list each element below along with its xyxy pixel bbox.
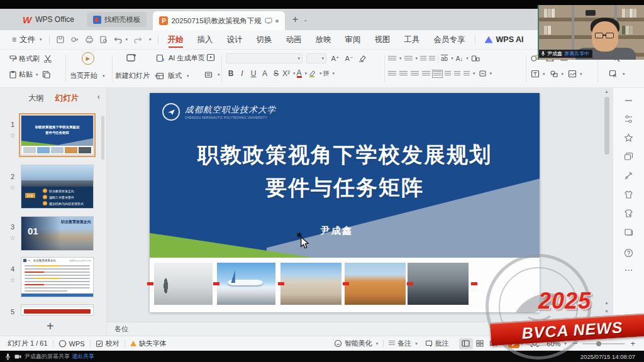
new-tab-button[interactable]: + [292, 14, 298, 25]
cut-icon[interactable] [43, 55, 52, 63]
font-name-select[interactable]: ▾ [226, 53, 303, 63]
selection-handle[interactable] [213, 282, 219, 285]
pinyin-button[interactable]: 拼▾ [323, 69, 335, 78]
shapes-button[interactable]: ▾ [550, 70, 564, 78]
slide-thumbnail-4[interactable]: 一、职业教育政策走向成都航空职业技术大学 [21, 257, 94, 297]
ai-generate-button[interactable]: AI 生成单页 [156, 53, 204, 63]
normal-view-button[interactable] [459, 338, 473, 349]
new-slide-icon[interactable] [126, 53, 137, 63]
text-box-button[interactable]: ▾ [531, 70, 545, 78]
hide-rail-icon[interactable] [624, 96, 633, 105]
selection-handle[interactable] [343, 282, 349, 285]
menu-design[interactable]: 设计 [220, 30, 250, 49]
selection-handle[interactable] [471, 282, 477, 285]
decrease-font-button[interactable]: A⁻ [344, 55, 354, 63]
selection-handle[interactable] [147, 282, 153, 285]
export-icon[interactable] [70, 35, 79, 44]
line-spacing-button[interactable]: ▾ [464, 71, 475, 77]
learning-icon[interactable] [624, 228, 633, 237]
menu-member[interactable]: 会员专享 [427, 30, 472, 49]
camera-icon[interactable] [14, 354, 21, 359]
slide-photo-campus[interactable] [345, 263, 406, 305]
tab-list-caret-icon[interactable]: ⌄ [303, 16, 308, 23]
sidebar-scrollbar[interactable] [101, 116, 104, 160]
section-button[interactable]: ▾ [204, 71, 220, 79]
bold-button[interactable]: B [226, 69, 236, 78]
star-icon[interactable]: ☆ [8, 234, 18, 241]
align-center-button[interactable] [399, 71, 408, 77]
microphone-icon[interactable] [5, 353, 11, 360]
paste-button[interactable]: 粘贴▾ [9, 70, 38, 79]
favorites-star-icon[interactable] [624, 133, 633, 143]
justify-button[interactable] [422, 71, 430, 77]
slide-thumbnail-3[interactable]: 01 职业教育政策走向 [21, 216, 94, 251]
distribute-button[interactable] [433, 71, 441, 77]
zoom-slider[interactable] [582, 343, 625, 344]
paragraph-align-button[interactable]: ▾ [479, 70, 492, 77]
next-slide-icon[interactable]: ▼ [604, 309, 609, 314]
strikethrough-button[interactable]: S [271, 69, 281, 78]
properties-icon[interactable] [624, 114, 633, 124]
quick-access-caret-icon[interactable]: ▾ [149, 37, 152, 42]
help-icon[interactable] [624, 248, 633, 258]
menu-view[interactable]: 视图 [368, 30, 397, 49]
notes-text[interactable]: 各位 [114, 324, 128, 334]
star-icon[interactable]: ☆ [8, 132, 18, 139]
star-icon[interactable]: ☆ [8, 277, 18, 283]
new-slide-button[interactable]: 新建幻灯片▾ [115, 71, 157, 80]
align-left-button[interactable] [388, 71, 396, 77]
picture-button[interactable]: ▾ [568, 70, 582, 78]
increase-indent-button[interactable] [429, 56, 435, 62]
menu-home[interactable]: 开始 [161, 30, 191, 49]
font-size-select[interactable]: ▾ [306, 53, 326, 63]
material-library-icon[interactable] [624, 190, 633, 199]
underline-button[interactable]: U [248, 69, 258, 78]
menu-transition[interactable]: 切换 [250, 30, 279, 49]
menu-slideshow[interactable]: 放映 [309, 30, 338, 49]
format-painter-button[interactable]: 格式刷 [9, 54, 40, 63]
redo-button[interactable] [133, 36, 142, 43]
prev-slide-icon[interactable]: ▲ [604, 300, 609, 305]
add-slide-button[interactable]: + [47, 319, 54, 334]
slide-editor[interactable]: 成都航空职业技术大学 CHENGDU AERONAUTIC POLYTECHNI… [150, 93, 540, 312]
highlight-color-button[interactable]: ▾ [308, 70, 322, 77]
slide-thumbnail-5[interactable] [21, 304, 94, 315]
vertical-text-button[interactable]: A↓▾ [456, 55, 469, 62]
reuse-slides-button[interactable] [206, 53, 215, 62]
selection-handle[interactable] [407, 282, 413, 285]
tab-docer-templates[interactable]: 找稻壳模板 [87, 12, 147, 27]
comment-button[interactable]: 批注 [425, 339, 449, 348]
template-style-icon[interactable] [624, 209, 633, 218]
tab-document-active[interactable]: P 20250715职教政策视角下规 [153, 11, 284, 30]
file-menu[interactable]: ≡ 文件 ▾ [5, 30, 49, 49]
slide-author[interactable]: 尹成鑫 [150, 225, 524, 237]
numbered-list-button[interactable]: ▾ [404, 56, 418, 62]
design-tools-icon[interactable] [624, 171, 633, 180]
more-icon[interactable] [624, 265, 633, 275]
increase-font-button[interactable]: A⁺ [330, 55, 340, 63]
slide-photo-training[interactable] [408, 263, 469, 305]
star-icon[interactable]: ☆ [8, 184, 18, 191]
wps-ai-button[interactable]: WPS AI [478, 30, 531, 49]
proofread-button[interactable]: 校对 [96, 339, 119, 348]
comments-panel-icon[interactable] [624, 152, 633, 162]
menu-insert[interactable]: 插入 [191, 30, 220, 49]
wps-office-home-button[interactable]: W WPS Office [16, 13, 80, 27]
undo-button[interactable]: ▾ [114, 36, 128, 43]
slides-tab[interactable]: 幻灯片 [55, 93, 79, 104]
text-direction-button[interactable]: ab▾ [441, 55, 453, 62]
font-color-button[interactable]: A▾ [297, 70, 308, 78]
row-spacing-button[interactable] [454, 71, 460, 77]
italic-button[interactable]: I [237, 69, 247, 78]
menu-animation[interactable]: 动画 [279, 30, 309, 49]
superscript-button[interactable]: X²▾ [282, 69, 296, 78]
collapse-panel-button[interactable]: ‹ [97, 92, 100, 101]
scroll-up-icon[interactable]: ▲ [604, 89, 609, 94]
align-right-button[interactable] [411, 71, 419, 77]
copy-icon[interactable] [42, 70, 50, 79]
notes-toggle-button[interactable]: 备注▾ [389, 339, 418, 348]
slide-sorter-view-button[interactable] [473, 338, 487, 349]
wps-assistant-button[interactable]: WPS [58, 340, 85, 348]
play-current-button[interactable]: ▶ [82, 52, 94, 65]
slide-thumbnail-2[interactable]: 目录 01职业教育政策走向 02编制工作要求要件 03规划结构与内容呈现形式 [21, 165, 94, 209]
